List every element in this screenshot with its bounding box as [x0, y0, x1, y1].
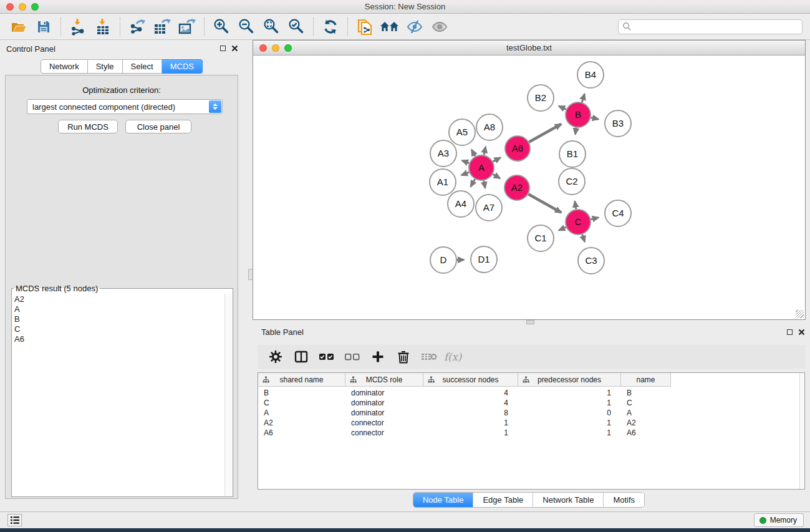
clear-table-button[interactable] [417, 346, 440, 367]
graph-edge-A-A5[interactable] [471, 150, 475, 156]
tab-network-table[interactable]: Network Table [533, 493, 603, 507]
graph-edge-A-A2[interactable] [493, 174, 500, 178]
network-window-titlebar[interactable]: testGlobe.txt [253, 41, 805, 56]
graph-edge-A-A8[interactable] [484, 147, 486, 155]
mcds-result-item[interactable]: A6 [12, 334, 224, 344]
table-cell[interactable]: 1 [518, 388, 621, 398]
table-cell[interactable]: A2 [258, 418, 345, 428]
table-cell[interactable]: C [258, 398, 345, 408]
search-field[interactable] [618, 19, 803, 34]
mcds-result-item[interactable]: A2 [12, 294, 224, 304]
table-cell[interactable]: A2 [621, 418, 671, 428]
import-table-button[interactable] [90, 16, 115, 37]
mcds-result-item[interactable]: B [12, 314, 224, 324]
table-cell[interactable]: dominator [345, 398, 423, 408]
graph-edge-A6-B[interactable] [529, 124, 561, 142]
graph-edge-A-A4[interactable] [471, 179, 475, 186]
table-cell[interactable]: 1 [518, 398, 621, 408]
table-cell[interactable]: A [258, 408, 345, 418]
task-history-button[interactable] [7, 514, 22, 526]
mcds-result-item[interactable]: C [12, 324, 224, 334]
float-panel-icon[interactable] [787, 329, 793, 335]
table-cell[interactable]: connector [345, 418, 423, 428]
graph-edge-C-C3[interactable] [582, 235, 585, 242]
table-cell[interactable]: 8 [423, 408, 518, 418]
table-cell[interactable]: 1 [423, 428, 518, 438]
memory-button[interactable]: Memory [754, 513, 804, 527]
float-panel-icon[interactable] [220, 46, 226, 51]
column-header-name[interactable]: name [621, 373, 671, 387]
delete-row-button[interactable] [392, 346, 415, 367]
hide-selected-button[interactable] [402, 16, 427, 37]
table-cell[interactable]: connector [345, 428, 423, 438]
table-cell[interactable]: 4 [423, 398, 518, 408]
table-cell[interactable]: B [258, 388, 345, 398]
apply-function-button[interactable]: f(x) [443, 346, 466, 367]
tab-style[interactable]: Style [88, 59, 123, 74]
table-scrollbar[interactable] [799, 373, 804, 489]
zoom-in-button[interactable] [209, 16, 234, 37]
table-cell[interactable]: dominator [345, 408, 423, 418]
table-cell[interactable]: 1 [423, 418, 518, 428]
graph-edge-B-B1[interactable] [576, 128, 577, 135]
deselect-all-button[interactable] [340, 346, 364, 367]
table-cell[interactable]: C [621, 398, 671, 408]
zoom-fit-button[interactable] [259, 16, 284, 37]
refresh-layout-button[interactable] [318, 16, 343, 37]
table-cell[interactable]: A [621, 408, 671, 418]
table-cell[interactable]: A6 [621, 428, 671, 438]
duplicate-network-button[interactable] [352, 16, 377, 37]
table-cell[interactable]: dominator [345, 388, 423, 398]
column-header-MCDS-role[interactable]: MCDS role [345, 373, 423, 387]
graph-edge-B-B3[interactable] [591, 117, 599, 119]
table-row[interactable]: A2connector11A2 [258, 418, 804, 428]
table-row[interactable]: Adominator80A [258, 408, 804, 418]
add-row-button[interactable] [366, 346, 389, 367]
table-cell[interactable]: 1 [518, 428, 621, 438]
table-cell[interactable]: 0 [518, 408, 621, 418]
table-row[interactable]: Cdominator41C [258, 398, 804, 408]
criterion-select[interactable]: largest connected component (directed) [27, 99, 223, 114]
graph-edge-A-A7[interactable] [484, 181, 485, 188]
mcds-list-scrollbar[interactable] [224, 294, 232, 496]
search-input[interactable] [632, 22, 798, 31]
show-all-button[interactable] [427, 16, 452, 37]
graph-edge-C-C1[interactable] [559, 227, 566, 230]
table-settings-button[interactable] [264, 346, 287, 367]
save-session-button[interactable] [31, 16, 56, 37]
table-cell[interactable]: 4 [423, 388, 518, 398]
graph-edge-C-C4[interactable] [591, 218, 599, 220]
first-neighbors-button[interactable] [377, 16, 402, 37]
column-header-successor-nodes[interactable]: successor nodes [423, 373, 518, 387]
close-panel-icon[interactable] [231, 45, 238, 52]
tab-edge-table[interactable]: Edge Table [473, 493, 533, 507]
network-canvas[interactable]: B4B2BB3A8A5A6A3B1AC2A1A2A4A7C4CC1DD1C3 [253, 56, 805, 319]
zoom-selected-button[interactable] [284, 16, 309, 37]
graph-edge-B-B2[interactable] [559, 106, 566, 109]
window-resize-grip[interactable] [796, 310, 804, 318]
graph-edge-A-A6[interactable] [493, 158, 501, 162]
table-row[interactable]: A6connector11A6 [258, 428, 804, 438]
graph-edge-A2-C[interactable] [528, 194, 561, 213]
close-panel-button[interactable]: Close panel [125, 120, 191, 133]
graph-edge-C-C2[interactable] [575, 201, 576, 210]
table-row[interactable]: Bdominator41B [258, 388, 804, 398]
tab-mcds[interactable]: MCDS [162, 59, 203, 74]
open-session-button[interactable] [6, 16, 31, 37]
import-network-button[interactable] [65, 16, 90, 37]
mcds-result-item[interactable]: A [12, 304, 224, 314]
tab-node-table[interactable]: Node Table [413, 493, 473, 507]
tab-select[interactable]: Select [123, 59, 162, 74]
graph-edge-A-A1[interactable] [461, 172, 469, 175]
tab-network[interactable]: Network [41, 59, 88, 74]
table-cell[interactable]: 1 [518, 418, 621, 428]
show-columns-button[interactable] [289, 346, 312, 367]
column-header-predecessor-nodes[interactable]: predecessor nodes [518, 373, 621, 387]
table-cell[interactable]: B [621, 388, 671, 398]
graph-edge-A-A3[interactable] [462, 160, 469, 163]
column-header-shared-name[interactable]: shared name [258, 373, 345, 387]
tab-motifs[interactable]: Motifs [603, 493, 644, 507]
table-cell[interactable]: A6 [258, 428, 345, 438]
export-network-button[interactable] [125, 16, 150, 37]
graph-edge-B-B4[interactable] [582, 94, 584, 102]
